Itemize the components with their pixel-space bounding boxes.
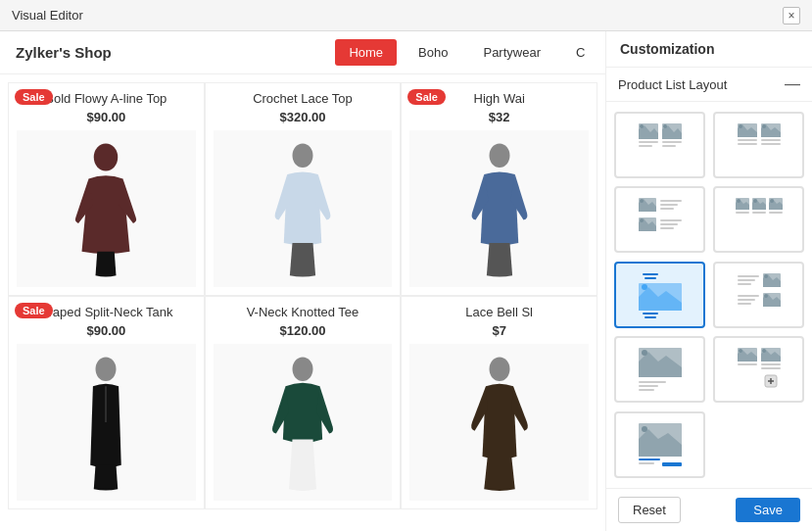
collapse-button[interactable]: — (785, 75, 800, 93)
layout-option-5[interactable] (614, 262, 705, 328)
close-button[interactable]: × (783, 7, 800, 24)
svg-rect-27 (660, 208, 674, 210)
product-card: Lace Bell Sl $7 (401, 296, 597, 509)
svg-rect-47 (645, 316, 656, 318)
product-image (214, 344, 393, 501)
panel-footer: Reset Save (606, 488, 812, 531)
layout-options (606, 102, 812, 488)
svg-rect-77 (662, 462, 682, 466)
svg-rect-9 (639, 141, 658, 143)
svg-rect-43 (645, 277, 656, 279)
layout-option-3[interactable] (614, 186, 705, 253)
svg-point-34 (737, 199, 740, 203)
nav-home-button[interactable]: Home (335, 39, 397, 66)
svg-point-6 (489, 358, 509, 382)
section-title-label: Product List Layout (618, 77, 727, 92)
svg-rect-55 (738, 303, 751, 305)
main-layout: Zylker's Shop Home Boho Partywear C Bold… (0, 31, 812, 531)
panel-header: Customization (606, 31, 812, 68)
svg-rect-32 (660, 227, 674, 229)
svg-point-40 (770, 199, 774, 203)
svg-point-12 (663, 124, 667, 128)
svg-rect-48 (738, 275, 759, 277)
svg-rect-35 (736, 212, 749, 214)
svg-rect-30 (660, 219, 682, 221)
save-button[interactable]: Save (736, 498, 800, 522)
svg-point-29 (640, 218, 644, 222)
svg-rect-54 (738, 299, 755, 301)
svg-rect-61 (639, 385, 658, 387)
layout-option-9[interactable] (614, 411, 705, 478)
svg-rect-14 (662, 145, 676, 147)
product-image (17, 344, 196, 501)
svg-point-64 (739, 349, 742, 353)
svg-point-37 (753, 199, 757, 203)
nav-bar: Zylker's Shop Home Boho Partywear C (0, 31, 605, 74)
product-image (409, 344, 589, 501)
svg-point-8 (640, 124, 644, 128)
layout-option-6[interactable] (713, 262, 804, 328)
product-card: Draped Split-Neck Tank $90.00 Sale (8, 296, 205, 509)
svg-point-20 (762, 124, 766, 128)
panel-section-title: Product List Layout — (606, 68, 812, 102)
layout-option-7[interactable] (614, 336, 705, 403)
svg-point-67 (762, 349, 766, 353)
nav-more-button[interactable]: C (562, 39, 590, 66)
svg-rect-26 (660, 204, 678, 206)
product-price: $90.00 (86, 110, 125, 124)
svg-rect-50 (738, 283, 751, 285)
product-price: $120.00 (279, 323, 325, 338)
product-price: $32 (489, 110, 510, 124)
layout-option-8[interactable] (713, 336, 804, 403)
svg-rect-41 (769, 212, 783, 214)
product-card: High Wai $32 Sale (401, 82, 597, 296)
svg-rect-42 (643, 273, 658, 275)
svg-rect-75 (639, 459, 660, 460)
svg-rect-31 (660, 223, 678, 225)
svg-point-74 (642, 426, 647, 432)
svg-rect-10 (639, 145, 652, 147)
svg-rect-68 (761, 363, 781, 365)
product-name: Bold Flowy A-line Top (45, 91, 167, 106)
nav-boho-button[interactable]: Boho (405, 39, 461, 66)
svg-point-59 (642, 350, 647, 356)
layout-option-4[interactable] (713, 186, 804, 253)
svg-rect-46 (643, 313, 658, 314)
svg-rect-22 (761, 143, 781, 145)
layout-option-2[interactable] (713, 112, 804, 178)
product-card: V-Neck Knotted Tee $120.00 (205, 296, 402, 509)
svg-point-16 (739, 124, 742, 128)
product-name: Crochet Lace Top (253, 91, 353, 106)
title-bar-title: Visual Editor (12, 8, 83, 23)
svg-rect-65 (738, 363, 757, 365)
svg-rect-21 (761, 139, 781, 141)
product-name: Lace Bell Sl (465, 305, 533, 319)
svg-rect-76 (639, 462, 654, 464)
layout-option-1[interactable] (614, 112, 705, 178)
product-card: Bold Flowy A-line Top $90.00 Sale (8, 82, 205, 296)
svg-point-57 (764, 294, 768, 298)
svg-rect-49 (738, 279, 755, 281)
nav-partywear-button[interactable]: Partywear (469, 39, 554, 66)
reset-button[interactable]: Reset (618, 497, 681, 523)
product-name: Draped Split-Neck Tank (39, 305, 172, 319)
product-name: High Wai (474, 91, 525, 106)
product-image (17, 130, 196, 287)
svg-point-52 (764, 274, 768, 278)
svg-rect-62 (639, 389, 654, 391)
svg-point-0 (94, 144, 119, 171)
svg-rect-53 (738, 295, 759, 297)
shop-area: Zylker's Shop Home Boho Partywear C Bold… (0, 31, 606, 531)
svg-point-2 (489, 144, 509, 169)
svg-point-3 (96, 358, 117, 382)
customization-panel: Customization Product List Layout — (606, 31, 812, 531)
sale-badge: Sale (407, 89, 446, 105)
sale-badge: Sale (15, 89, 53, 105)
product-grid: Bold Flowy A-line Top $90.00 Sale Croche… (0, 74, 605, 517)
product-image (214, 130, 393, 287)
shop-name: Zylker's Shop (16, 44, 112, 61)
svg-rect-18 (738, 143, 757, 145)
title-bar: Visual Editor × (0, 0, 812, 31)
product-price: $320.00 (279, 110, 325, 124)
svg-point-45 (642, 284, 647, 290)
